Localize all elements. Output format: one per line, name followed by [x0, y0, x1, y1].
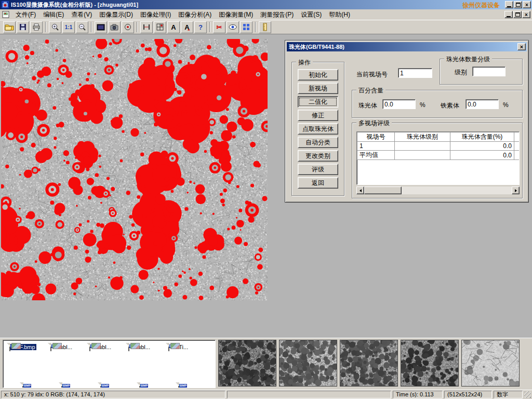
ferrite-percent-input[interactable]	[466, 99, 499, 109]
app-window: IS100显微摄像系统(金相分析版) - [zhuguangti01] 徐州仪器…	[0, 0, 532, 399]
file-item-partial[interactable]: BMP	[43, 383, 81, 388]
dialog-title-bar[interactable]: 珠光体(GB/T9441-88) ×	[287, 42, 527, 51]
file-item-partial[interactable]: BMP	[4, 383, 42, 388]
file-item[interactable]: BMP HuiTi...	[160, 343, 197, 351]
file-item[interactable]: BMP Doubl...	[121, 343, 158, 351]
caliper-icon	[143, 23, 150, 31]
measure-grid-button[interactable]	[154, 21, 166, 33]
camera-icon	[110, 24, 118, 31]
target-button[interactable]	[122, 21, 134, 33]
header-pearlite-content[interactable]: 珠光体含量(%)	[450, 132, 514, 142]
percent-group: 百分含量 珠光体 % 铁素体 %	[352, 90, 523, 118]
menu-image-measure[interactable]: 图像测量(M)	[215, 9, 257, 20]
camera-button[interactable]	[108, 21, 121, 33]
status-bar: x: 510 y: 79 idx: 0 RGB: (174, 174, 174)…	[0, 390, 532, 399]
zoom-out-button[interactable]	[76, 21, 88, 33]
thumbnail-4[interactable]	[401, 340, 459, 387]
initialize-button[interactable]: 初始化	[298, 69, 338, 81]
file-item[interactable]: BMP Doubl...	[82, 343, 119, 351]
menu-image-analysis[interactable]: 图像分析(A)	[175, 9, 215, 20]
open-button[interactable]	[3, 21, 16, 33]
toolbar-separator	[209, 22, 210, 32]
pick-pearlite-button[interactable]: 点取珠光体	[298, 123, 338, 135]
file-item-partial[interactable]: BMP	[160, 383, 197, 388]
ferrite-percent-unit: %	[503, 101, 509, 109]
thumbnail-3[interactable]	[340, 340, 398, 387]
menu-image-display[interactable]: 图像显示(D)	[96, 9, 137, 20]
maximize-button[interactable]	[514, 1, 522, 8]
current-field-input[interactable]	[398, 68, 432, 78]
text-label-button[interactable]: A	[167, 21, 180, 33]
print-button[interactable]	[30, 21, 43, 33]
v-ruler-button[interactable]	[259, 21, 271, 33]
thumbnail-1[interactable]	[218, 340, 276, 387]
title-bar[interactable]: IS100显微摄像系统(金相分析版) - [zhuguangti01] 徐州仪器…	[0, 0, 532, 9]
close-button[interactable]: ×	[523, 1, 531, 8]
table-row[interactable]: 1 0.0	[357, 142, 520, 151]
new-field-button[interactable]: 新视场	[298, 83, 338, 94]
caliper-button[interactable]	[140, 21, 153, 33]
rate-button[interactable]: 评级	[298, 164, 338, 175]
header-pearlite-grade[interactable]: 珠光体级别	[395, 132, 450, 142]
thumbnail-5[interactable]	[461, 340, 520, 387]
zoom-in-button[interactable]	[49, 21, 61, 33]
scroll-left-button[interactable]	[356, 187, 364, 194]
dialog-close-icon: ×	[520, 44, 523, 50]
minimize-button[interactable]	[505, 1, 513, 8]
actual-size-button[interactable]: 1:1	[62, 21, 75, 33]
scroll-right-button[interactable]	[512, 187, 520, 194]
return-button[interactable]: 返回	[298, 177, 338, 189]
menu-edit[interactable]: 编辑(E)	[39, 9, 68, 20]
file-item-partial[interactable]: BMP	[121, 383, 158, 388]
cell-pearlite-grade	[395, 142, 450, 151]
menu-file[interactable]: 文件(F)	[12, 9, 39, 20]
menu-settings[interactable]: 设置(S)	[297, 9, 325, 20]
menu-help[interactable]: 帮助(H)	[325, 9, 354, 20]
file-item-partial[interactable]: BMP	[82, 383, 119, 388]
help-button[interactable]: ?	[194, 21, 207, 33]
auto-classify-button[interactable]: 自动分类	[298, 137, 338, 148]
binarize-button[interactable]: 二值化	[298, 96, 338, 108]
header-ferrite-content[interactable]: 铁素体含量(%)	[514, 132, 520, 142]
window-title: IS100显微摄像系统(金相分析版) - [zhuguangti01]	[11, 1, 138, 9]
file-item[interactable]: BMP Doubl...	[43, 343, 81, 351]
multi-field-group-label: 多视场评级	[356, 119, 392, 128]
scroll-thumb[interactable]	[364, 187, 402, 194]
grid-blue-button[interactable]	[240, 21, 252, 33]
menu-image-processing[interactable]: 图像处理(I)	[137, 9, 175, 20]
vendor-watermark: 徐州仪器设备	[462, 1, 500, 10]
target-icon	[124, 23, 131, 31]
mdi-minimize-button[interactable]	[504, 11, 513, 18]
mdi-restore-button[interactable]	[513, 11, 522, 18]
eye-button[interactable]	[227, 21, 239, 33]
scroll-track[interactable]	[402, 187, 512, 194]
menu-view[interactable]: 查看(V)	[68, 9, 96, 20]
change-class-button[interactable]: 更改类别	[298, 150, 338, 162]
cell-field-no: 平均值	[357, 151, 395, 160]
grade-group: 珠光体数量分级 级别	[440, 59, 523, 85]
grade-input[interactable]	[472, 66, 506, 76]
menu-measure-report[interactable]: 测量报告(P)	[257, 9, 297, 20]
header-field-no[interactable]: 视场号	[357, 132, 395, 142]
dialog-close-button[interactable]: ×	[517, 43, 526, 50]
text-delete-button[interactable]: A×	[181, 21, 193, 33]
save-button[interactable]	[17, 21, 29, 33]
file-item[interactable]: BMP DKF.bmp	[4, 343, 42, 351]
text-label-icon: A	[171, 23, 176, 31]
thumbnail-2[interactable]	[279, 340, 337, 387]
display-button[interactable]	[95, 21, 107, 33]
bottom-panel: BMP DKF.bmp BMP Doubl... BMP Doubl... BM…	[0, 338, 532, 390]
cut-button[interactable]: ✂	[213, 21, 225, 33]
mdi-restore-icon	[515, 12, 520, 17]
pearlite-percent-input[interactable]	[382, 99, 416, 109]
metallograph-image[interactable]	[1, 39, 268, 300]
table-hscrollbar[interactable]	[356, 187, 520, 194]
zoom-out-icon	[78, 23, 86, 31]
mdi-close-button[interactable]: ×	[522, 11, 530, 18]
zoom-in-icon	[51, 23, 59, 31]
current-field-label: 当前视场号	[356, 70, 388, 79]
correct-button[interactable]: 修正	[298, 110, 338, 121]
table-row[interactable]: 平均值 0.0	[357, 151, 520, 160]
multi-field-table-box: 视场号 珠光体级别 珠光体含量(%) 铁素体含量(%) 1 0.0	[356, 131, 520, 185]
resize-grip[interactable]	[524, 391, 531, 398]
